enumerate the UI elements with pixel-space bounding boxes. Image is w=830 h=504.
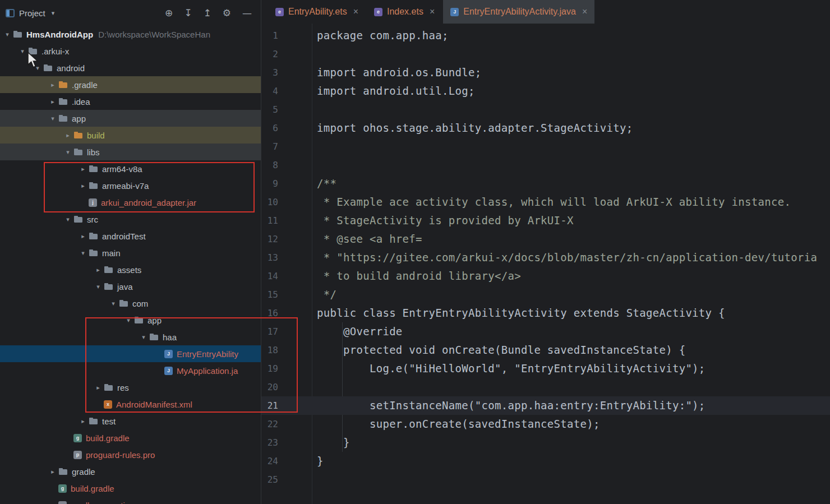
tree-item-gradle[interactable]: ▸ gradle	[0, 463, 261, 480]
code-line-1: 1 package com.app.haa;	[261, 26, 830, 45]
tree-item-java[interactable]: ▾ java	[0, 278, 261, 295]
tree-item-build-gradle[interactable]: build.gradle	[0, 429, 261, 446]
chevron-expanded-icon[interactable]: ▾	[78, 249, 88, 257]
code-text[interactable]: * to build android library</a>	[317, 267, 521, 285]
code-text[interactable]: }	[317, 452, 324, 470]
tree-item-arm64-v8a[interactable]: ▸ arm64-v8a	[0, 160, 261, 177]
code-editor[interactable]: 1 package com.app.haa; 2 3 import androi…	[261, 24, 830, 504]
line-number: 16	[261, 304, 278, 322]
code-line-20: 20	[261, 378, 830, 396]
project-panel-title[interactable]: Project	[19, 8, 45, 18]
code-text[interactable]: }	[317, 433, 350, 452]
tree-item-libs[interactable]: ▾ libs	[0, 144, 261, 160]
line-number: 25	[261, 470, 278, 489]
code-text[interactable]: import ohos.stage.ability.adapter.StageA…	[317, 119, 633, 137]
code-text[interactable]: * "https://gitee.com/arkui-x/docs/blob/m…	[317, 248, 817, 267]
folder-icon	[58, 80, 68, 89]
chevron-collapsed-icon[interactable]: ▸	[48, 468, 58, 475]
tree-item-src[interactable]: ▾ src	[0, 211, 261, 228]
chevron-expanded-icon[interactable]: ▾	[33, 64, 43, 72]
settings-icon[interactable]: ⚙	[223, 8, 231, 18]
chevron-collapsed-icon[interactable]: ▸	[93, 266, 103, 274]
project-tool-window-icon	[6, 9, 15, 17]
tree-item-app[interactable]: ▾ app	[0, 312, 261, 329]
collapse-all-icon[interactable]: ↥	[204, 8, 211, 18]
code-text[interactable]: import android.os.Bundle;	[317, 63, 481, 82]
code-text[interactable]: * StageActivity is provided by ArkUI-X	[317, 211, 574, 230]
tree-item-build-gradle[interactable]: build.gradle	[0, 480, 261, 497]
tree-item-androidmanifest-xml[interactable]: AndroidManifest.xml	[0, 396, 261, 413]
tree-item-label: gradle	[72, 467, 95, 477]
chevron-collapsed-icon[interactable]: ▸	[78, 233, 88, 240]
folder-icon	[58, 97, 68, 106]
expand-all-icon[interactable]: ↧	[184, 8, 192, 18]
tree-item-gradle-properties[interactable]: gradle.properties	[0, 497, 261, 504]
chevron-expanded-icon[interactable]: ▾	[2, 31, 12, 38]
tree-item-idea[interactable]: ▸ .idea	[0, 93, 261, 110]
hide-icon[interactable]: —	[242, 8, 252, 18]
chevron-expanded-icon[interactable]: ▾	[123, 317, 133, 324]
tree-item-assets[interactable]: ▸ assets	[0, 261, 261, 278]
code-text[interactable]: /**	[317, 174, 336, 193]
tree-item-proguard-rules-pro[interactable]: proguard-rules.pro	[0, 446, 261, 463]
folder-icon	[89, 164, 98, 173]
tree-item-label: main	[102, 248, 121, 258]
chevron-collapsed-icon[interactable]: ▸	[78, 182, 88, 189]
code-text[interactable]: Log.e("HiHelloWorld", "EntryEntryAbility…	[317, 359, 706, 378]
tree-item-res[interactable]: ▸ res	[0, 379, 261, 396]
chevron-expanded-icon[interactable]: ▾	[139, 334, 149, 341]
tree-item-main[interactable]: ▾ main	[0, 244, 261, 261]
tree-item-com[interactable]: ▾ com	[0, 295, 261, 312]
project-dropdown-chevron-icon[interactable]: ▾	[52, 10, 55, 17]
code-text[interactable]: @Override	[317, 322, 403, 341]
chevron-collapsed-icon[interactable]: ▸	[78, 165, 88, 173]
code-text[interactable]: import android.util.Log;	[317, 82, 475, 100]
tree-item-app[interactable]: ▾ app	[0, 110, 261, 127]
tab-close-icon[interactable]: ×	[353, 7, 358, 17]
chevron-collapsed-icon[interactable]: ▸	[63, 132, 73, 139]
tree-item-test[interactable]: ▸ test	[0, 413, 261, 429]
code-text[interactable]: */	[317, 285, 336, 304]
code-text[interactable]: super.onCreate(savedInstanceState);	[317, 415, 600, 433]
locate-icon[interactable]: ⊕	[165, 8, 173, 18]
code-text[interactable]: * @see <a href=	[317, 230, 422, 248]
line-number: 24	[261, 452, 278, 470]
code-text[interactable]: * Example ace activity class, which will…	[317, 193, 791, 211]
chevron-collapsed-icon[interactable]: ▸	[93, 384, 103, 391]
chevron-expanded-icon[interactable]: ▾	[93, 283, 103, 290]
chevron-expanded-icon[interactable]: ▾	[63, 216, 73, 223]
chevron-collapsed-icon[interactable]: ▸	[48, 81, 58, 89]
tree-item-hmsandroidapp[interactable]: ▾ HmsAndroidApp D:\workspace\WorkSpaceHa…	[0, 26, 261, 43]
chevron-collapsed-icon[interactable]: ▸	[78, 418, 88, 425]
chevron-expanded-icon[interactable]: ▾	[63, 149, 73, 156]
code-line-2: 2	[261, 45, 830, 63]
tab-close-icon[interactable]: ×	[582, 7, 587, 17]
chevron-expanded-icon[interactable]: ▾	[108, 300, 118, 307]
tab-index-ets[interactable]: Index.ets ×	[367, 0, 442, 24]
chevron-expanded-icon[interactable]: ▾	[48, 115, 58, 122]
code-text[interactable]: public class EntryEntryAbilityActivity e…	[317, 304, 725, 322]
chevron-expanded-icon[interactable]: ▾	[17, 48, 27, 55]
editor-pane: EntryAbility.ets × Index.ets × EntryEntr…	[261, 0, 830, 504]
tree-item-arkui-android-adapter-jar[interactable]: arkui_android_adapter.jar	[0, 194, 261, 211]
tree-item-androidtest[interactable]: ▸ androidTest	[0, 228, 261, 244]
chevron-collapsed-icon[interactable]: ▸	[48, 98, 58, 105]
tree-item-label: arkui_android_adapter.jar	[101, 198, 196, 207]
tree-item-gradle[interactable]: ▸ .gradle	[0, 76, 261, 93]
tree-item-arkui-x[interactable]: ▾ .arkui-x	[0, 43, 261, 59]
tab-entryentryabilityactivity-java[interactable]: EntryEntryAbilityActivity.java ×	[443, 0, 594, 24]
code-text[interactable]: package com.app.haa;	[317, 26, 449, 45]
tab-close-icon[interactable]: ×	[430, 7, 435, 17]
code-text[interactable]: protected void onCreate(Bundle savedInst…	[317, 341, 685, 359]
code-text[interactable]: setInstanceName("com.app.haa:entry:Entry…	[317, 396, 706, 415]
tree-item-armeabi-v7a[interactable]: ▸ armeabi-v7a	[0, 177, 261, 194]
tree-item-build[interactable]: ▸ build	[0, 127, 261, 144]
tree-item-label: app	[72, 114, 86, 123]
line-number: 19	[261, 359, 278, 378]
tree-item-entryentryability[interactable]: EntryEntryAbility	[0, 345, 261, 362]
tree-item-android[interactable]: ▾ android	[0, 59, 261, 76]
tree-item-haa[interactable]: ▾ haa	[0, 329, 261, 345]
tree-item-label: test	[102, 417, 116, 426]
tab-entryability-ets[interactable]: EntryAbility.ets ×	[268, 0, 366, 24]
tree-item-myapplication-ja[interactable]: MyApplication.ja	[0, 362, 261, 379]
